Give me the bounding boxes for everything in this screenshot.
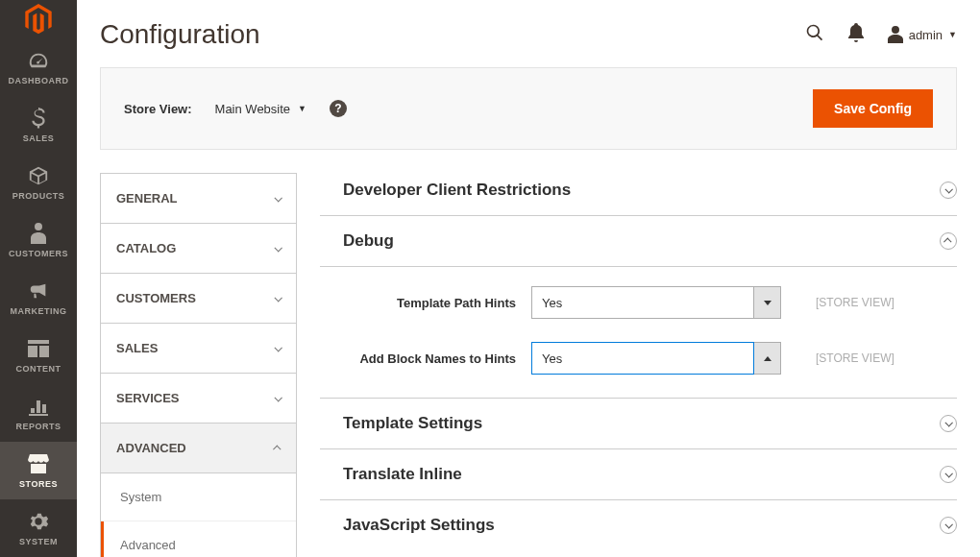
- chevron-down-icon: [274, 194, 282, 202]
- chevron-up-icon: [273, 445, 281, 452]
- nav-reports[interactable]: REPORTS: [0, 384, 77, 442]
- caret-down-icon: ▼: [298, 104, 306, 113]
- person-icon: [30, 222, 47, 245]
- gauge-icon: [28, 49, 49, 72]
- person-icon: [888, 26, 903, 43]
- search-icon[interactable]: [805, 23, 824, 47]
- store-view-switcher[interactable]: Main Website ▼: [215, 102, 306, 116]
- save-config-button[interactable]: Save Config: [813, 89, 933, 128]
- nav-marketing[interactable]: MARKETING: [0, 269, 77, 327]
- nav-stores[interactable]: STORES: [0, 442, 77, 499]
- nav-label: SALES: [23, 133, 55, 143]
- chevron-down-icon: [274, 344, 282, 351]
- subtab-advanced[interactable]: Advanced: [101, 521, 296, 557]
- store-icon: [28, 452, 49, 475]
- nav-label: CONTENT: [16, 364, 61, 374]
- nav-customers[interactable]: CUSTOMERS: [0, 211, 77, 269]
- expand-icon: [940, 415, 957, 432]
- tab-catalog[interactable]: CATALOG: [101, 224, 296, 274]
- nav-label: PRODUCTS: [12, 191, 65, 201]
- page-toolbar: Store View: Main Website ▼ ? Save Config: [100, 67, 957, 150]
- config-panels: Developer Client Restrictions Debug Temp…: [320, 173, 957, 550]
- store-view-label: Store View:: [124, 102, 192, 116]
- bell-icon[interactable]: [847, 23, 865, 47]
- field-template-path-hints: Template Path Hints Yes [STORE VIEW]: [320, 275, 957, 330]
- collapse-icon: [940, 232, 957, 250]
- tab-general[interactable]: GENERAL: [101, 174, 296, 224]
- chevron-down-icon: [274, 394, 282, 401]
- select-toggle[interactable]: [754, 342, 781, 375]
- section-debug[interactable]: Debug: [320, 216, 957, 267]
- megaphone-icon: [28, 279, 49, 303]
- nav-dashboard[interactable]: DASHBOARD: [0, 38, 77, 96]
- nav-label: STORES: [19, 479, 58, 489]
- section-js-settings[interactable]: JavaScript Settings: [320, 500, 957, 550]
- tab-services[interactable]: SERVICES: [101, 374, 296, 424]
- main-content: Configuration admin ▼ Store View: Main W…: [77, 0, 980, 557]
- tab-advanced[interactable]: ADVANCED: [101, 424, 296, 473]
- nav-label: SYSTEM: [19, 537, 58, 546]
- tab-customers[interactable]: CUSTOMERS: [101, 274, 296, 324]
- triangle-down-icon: [764, 301, 772, 305]
- nav-label: DASHBOARD: [9, 76, 69, 85]
- section-debug-body: Template Path Hints Yes [STORE VIEW] Add…: [320, 267, 957, 399]
- page-header: Configuration admin ▼: [100, 0, 957, 67]
- gear-icon: [28, 510, 49, 533]
- header-actions: admin ▼: [805, 23, 957, 47]
- user-menu[interactable]: admin ▼: [888, 26, 957, 43]
- section-dev-restrictions[interactable]: Developer Client Restrictions: [320, 173, 957, 216]
- nav-system[interactable]: SYSTEM: [0, 499, 77, 557]
- layout-icon: [28, 337, 49, 360]
- bars-icon: [29, 395, 48, 418]
- page-title: Configuration: [100, 19, 260, 50]
- nav-label: REPORTS: [15, 422, 61, 431]
- caret-down-icon: ▼: [948, 30, 957, 39]
- chevron-down-icon: [274, 294, 282, 302]
- nav-products[interactable]: PRODUCTS: [0, 154, 77, 211]
- nav-content[interactable]: CONTENT: [0, 327, 77, 384]
- select-block-names-hints[interactable]: Yes: [531, 342, 754, 375]
- tab-sales[interactable]: SALES: [101, 324, 296, 374]
- field-block-names-hints: Add Block Names to Hints Yes [STORE VIEW…: [320, 330, 957, 386]
- select-template-path-hints[interactable]: Yes: [531, 286, 754, 319]
- user-label: admin: [909, 28, 943, 42]
- expand-icon: [940, 466, 957, 483]
- magento-logo: [0, 0, 77, 38]
- dollar-icon: [32, 107, 45, 130]
- box-icon: [28, 164, 49, 187]
- help-icon[interactable]: ?: [330, 100, 347, 117]
- triangle-up-icon: [764, 356, 772, 361]
- subtab-system[interactable]: System: [101, 473, 296, 521]
- section-translate-inline[interactable]: Translate Inline: [320, 449, 957, 500]
- chevron-down-icon: [274, 244, 282, 252]
- select-toggle[interactable]: [754, 286, 781, 319]
- config-tabs: GENERAL CATALOG CUSTOMERS SALES SERVICES…: [100, 173, 297, 557]
- admin-sidebar: DASHBOARD SALES PRODUCTS CUSTOMERS MARKE…: [0, 0, 77, 557]
- nav-label: CUSTOMERS: [9, 249, 68, 258]
- nav-sales[interactable]: SALES: [0, 96, 77, 154]
- expand-icon: [940, 517, 957, 534]
- expand-icon: [940, 182, 957, 199]
- section-template-settings[interactable]: Template Settings: [320, 399, 957, 449]
- nav-label: MARKETING: [11, 306, 67, 316]
